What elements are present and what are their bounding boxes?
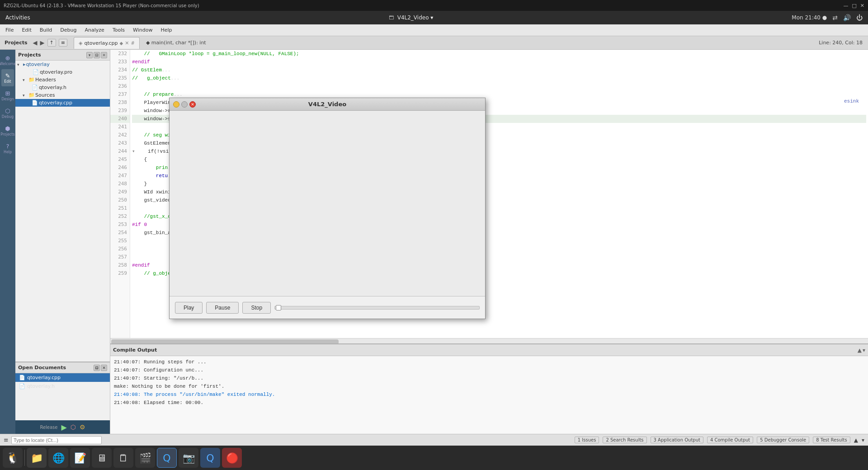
status-debugger-console[interactable]: 5 Debugger Console <box>757 437 809 443</box>
v4l2-titlebar[interactable]: ✕ V4L2_Video <box>170 98 485 111</box>
tab-pin-icon: # <box>131 41 135 46</box>
ln-244: 244 <box>110 147 130 155</box>
os-topbar: Activities 🗔 V4L2_Video ▾ Mon 21:40 ● ⇄ … <box>0 11 868 24</box>
tab-close-icon[interactable]: ✕ <box>125 40 129 46</box>
status-compile-output[interactable]: 4 Compile Output <box>707 437 753 443</box>
dock-welcome[interactable]: ⊕ Welcome <box>1 52 14 69</box>
nav-forward-icon[interactable]: ▶ <box>40 39 45 46</box>
network-icon[interactable]: ⇄ <box>832 14 838 21</box>
taskbar-video[interactable]: 🎬 <box>135 448 155 468</box>
tree-item-sources[interactable]: ▾ 📁 Sources <box>15 91 110 99</box>
filter-icon[interactable]: ≡ <box>59 39 67 47</box>
menu-file[interactable]: File <box>2 26 17 34</box>
ln-253: 253 <box>110 221 130 229</box>
power-icon[interactable]: ⏻ <box>856 14 863 21</box>
taskbar-text-editor[interactable]: 📝 <box>70 448 90 468</box>
statusbar-menu-icon[interactable]: ≡ <box>4 437 9 443</box>
panel-filter-btn[interactable]: ▾ <box>86 52 93 58</box>
status-app-output[interactable]: 3 Application Output <box>651 437 703 443</box>
panel-expand-icon[interactable]: ▲ <box>858 347 862 353</box>
menu-window[interactable]: Window <box>129 26 156 34</box>
editor-hscrollbar[interactable] <box>110 338 868 343</box>
v4l2-progress-bar[interactable] <box>274 306 480 310</box>
notes-icon: 🗒 <box>118 452 128 464</box>
open-documents-section: Open Documents ⊟ ✕ 📄 qtoverlay.cpp 📄 qto… <box>15 362 110 420</box>
toolbar-right: Line: 240, Col: 18 <box>819 40 866 46</box>
ln-240: 240 <box>110 115 130 123</box>
menu-help[interactable]: Help <box>157 26 175 34</box>
ln-239: 239 <box>110 107 130 115</box>
taskbar-notes[interactable]: 🗒 <box>113 448 133 468</box>
menu-tools[interactable]: Tools <box>109 26 128 34</box>
taskbar-camera[interactable]: 📷 <box>179 448 198 468</box>
open-doc-qtoverlay-h[interactable]: 📄 qtoverlay.h <box>15 382 110 390</box>
docs-split-btn[interactable]: ⊟ <box>94 365 100 371</box>
taskbar-red-app[interactable]: 🔴 <box>222 448 242 468</box>
dock-projects[interactable]: ⬢ Projects <box>1 122 14 139</box>
menu-build[interactable]: Build <box>36 26 56 34</box>
menu-debug[interactable]: Debug <box>57 26 80 34</box>
project-panel-title: Projects <box>18 52 41 58</box>
arrow-qtoverlay: ▾ <box>17 62 23 67</box>
compile-output-content: 21:40:07: Running steps for ... 21:40:07… <box>110 356 868 434</box>
v4l2-maximize-btn[interactable] <box>181 101 188 108</box>
taskbar-ubuntu[interactable]: 🐧 <box>3 448 23 468</box>
vmware-controls[interactable]: — □ ✕ <box>843 3 864 9</box>
taskbar-terminal[interactable]: 🖥 <box>92 448 112 468</box>
search-input[interactable] <box>11 436 102 444</box>
docs-close-btn[interactable]: ✕ <box>101 365 107 371</box>
stop-run-icon[interactable]: ⬡ <box>71 423 76 431</box>
project-panel-controls[interactable]: ▾ ⊟ ✕ <box>86 52 107 58</box>
panel-split-btn[interactable]: ⊟ <box>94 52 100 58</box>
tree-item-qtoverlay-cpp[interactable]: 📄 qtoverlay.cpp <box>15 99 110 107</box>
tree-item-qtoverlay-pro[interactable]: 📄 qtoverlay.pro <box>15 68 110 76</box>
taskbar-sep-1 <box>24 450 25 466</box>
open-doc-qtoverlay-cpp[interactable]: 📄 qtoverlay.cpp <box>15 373 110 382</box>
tree-item-qtoverlay[interactable]: ▾ ▸ qtoverlay <box>15 61 110 68</box>
pause-button[interactable]: Pause <box>206 302 239 314</box>
panel-collapse-icon[interactable]: ▾ <box>863 347 865 353</box>
nav-back-icon[interactable]: ◀ <box>33 39 38 46</box>
statusbar-more-icon[interactable]: ▾ <box>862 437 864 443</box>
menu-edit[interactable]: Edit <box>18 26 35 34</box>
statusbar-expand-icon[interactable]: ▲ <box>854 437 858 443</box>
status-issues[interactable]: 1 Issues <box>575 437 599 443</box>
close-icon[interactable]: ✕ <box>860 3 864 9</box>
minimize-icon[interactable]: — <box>843 3 848 9</box>
v4l2-close-btn[interactable]: ✕ <box>189 101 196 108</box>
tab-qtoverlay-cpp[interactable]: ◈ qtoverlay.cpp ◆ ✕ # <box>74 37 140 49</box>
statusbar-left: ≡ <box>4 436 102 444</box>
run-icon[interactable]: ▶ <box>61 423 66 432</box>
dock-debug[interactable]: ⬡ Debug <box>1 104 14 122</box>
stop-button[interactable]: Stop <box>242 302 271 314</box>
dock-design[interactable]: ⊞ Design <box>1 87 14 104</box>
v4l2-minimize-btn[interactable] <box>173 101 179 108</box>
dock-edit[interactable]: ✎ Edit <box>1 69 14 86</box>
open-docs-header: Open Documents ⊟ ✕ <box>15 362 110 373</box>
taskbar-browser[interactable]: 🌐 <box>48 448 68 468</box>
tree-item-headers[interactable]: ▾ 📁 Headers <box>15 76 110 84</box>
status-search-results[interactable]: 2 Search Results <box>603 437 646 443</box>
volume-icon[interactable]: 🔊 <box>843 14 851 21</box>
maximize-icon[interactable]: □ <box>852 3 856 9</box>
build-icon[interactable]: ⚙ <box>80 423 85 431</box>
ln-245: 245 <box>110 155 130 164</box>
window-title[interactable]: V4L2_Video ▾ <box>397 14 434 21</box>
status-test-results[interactable]: 8 Test Results <box>813 437 850 443</box>
v4l2-progress-thumb[interactable] <box>276 305 281 310</box>
tree-item-qtoverlay-h[interactable]: 📄 qtoverlay.h <box>15 84 110 91</box>
play-button[interactable]: Play <box>175 302 203 314</box>
folder-icon-qtoverlay: ▸ <box>23 61 26 67</box>
taskbar-files[interactable]: 📁 <box>27 448 47 468</box>
panel-close-btn[interactable]: ✕ <box>101 52 107 58</box>
activities-button[interactable]: Activities <box>5 14 30 21</box>
line-col-indicator: Line: 240, Col: 18 <box>819 40 863 46</box>
dock-help[interactable]: ? Help <box>1 140 14 157</box>
menu-analyze[interactable]: Analyze <box>81 26 108 34</box>
taskbar-app2[interactable]: Q <box>200 448 220 468</box>
code-line-234: // GstElem... <box>132 66 866 74</box>
taskbar-qt-creator[interactable]: Q <box>157 448 177 468</box>
open-docs-controls[interactable]: ⊟ ✕ <box>94 365 107 371</box>
bottom-panel-controls[interactable]: ▲ ▾ <box>858 347 865 353</box>
sync-icon[interactable]: ↑ <box>47 39 56 47</box>
